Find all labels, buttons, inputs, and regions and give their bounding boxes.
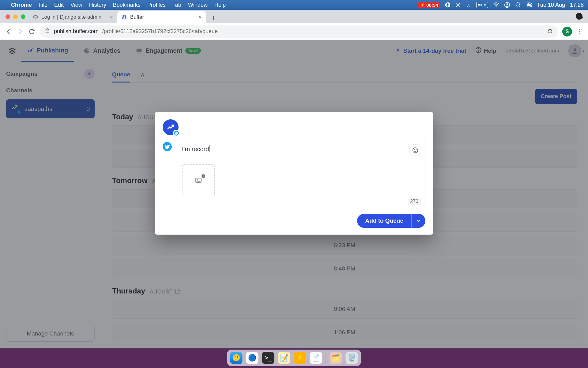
svg-point-9	[506, 3, 508, 5]
browser-window: Log in | Django site admin × Buffer × ＋ …	[0, 10, 588, 348]
macos-menubar: Chrome File Edit View History Bookmarks …	[0, 0, 588, 10]
selected-account-avatar[interactable]	[163, 119, 179, 135]
svg-point-23	[416, 149, 417, 150]
address-bar[interactable]: publish.buffer.com/profile/6112a93257b17…	[40, 25, 558, 38]
svg-point-14	[530, 6, 530, 7]
back-button[interactable]	[5, 28, 12, 35]
menu-file[interactable]: File	[39, 2, 47, 8]
dock-trash[interactable]: 🗑️	[346, 352, 358, 364]
profile-button[interactable]: S	[562, 27, 572, 36]
plus-icon: +	[202, 174, 205, 178]
svg-point-10	[516, 3, 519, 6]
macos-dock: 🙂 🔵 >_ 📝 ⚡ 📄 🗂️ 🗑️	[227, 350, 361, 366]
svg-point-3	[469, 6, 470, 7]
menu-window[interactable]: Window	[188, 2, 208, 8]
compose-text: I'm record	[182, 146, 209, 152]
svg-point-2	[468, 5, 469, 6]
url-path: /profile/6112a93257b1792cf2275c36/tab/qu…	[102, 28, 218, 35]
new-tab-button[interactable]: ＋	[208, 12, 219, 23]
fullscreen-window-button[interactable]	[21, 14, 25, 19]
menu-tab[interactable]: Tab	[172, 2, 181, 8]
bookmark-star-icon[interactable]	[547, 28, 553, 35]
browser-tab-django[interactable]: Log in | Django site admin ×	[28, 11, 117, 23]
network-twitter-icon[interactable]	[163, 142, 172, 151]
menu-help[interactable]: Help	[214, 2, 226, 8]
minimize-window-button[interactable]	[13, 14, 18, 19]
menu-history[interactable]: History	[89, 2, 106, 8]
menu-view[interactable]: View	[70, 2, 82, 8]
dots-icon[interactable]	[466, 2, 471, 8]
svg-point-13	[528, 3, 529, 4]
reload-button[interactable]	[28, 28, 36, 35]
profile-initial: S	[566, 29, 569, 34]
tabstrip-account-icon[interactable]	[576, 13, 582, 20]
char-counter: 270	[408, 198, 421, 205]
dock-bolt[interactable]: ⚡	[294, 352, 306, 364]
dock-chrome[interactable]: 🔵	[246, 352, 258, 364]
add-to-queue-split-button: Add to Queue	[357, 214, 425, 228]
forward-button[interactable]	[17, 28, 24, 35]
toolbar: publish.buffer.com/profile/6112a93257b17…	[0, 23, 588, 40]
lock-icon	[45, 28, 50, 35]
browser-tab-buffer[interactable]: Buffer ×	[117, 11, 206, 23]
menu-profiles[interactable]: Profiles	[147, 2, 166, 8]
close-tab-icon[interactable]: ×	[198, 14, 202, 21]
recording-timer[interactable]: 00:54	[418, 2, 440, 8]
text-caret	[209, 145, 209, 152]
window-controls	[4, 10, 28, 23]
globe-icon	[33, 14, 38, 20]
dock-textedit[interactable]: 📄	[310, 352, 322, 364]
url-host: publish.buffer.com	[54, 28, 99, 35]
control-center-icon[interactable]	[526, 2, 532, 8]
tools-icon[interactable]	[455, 2, 461, 8]
svg-point-1	[467, 6, 468, 7]
tab-strip: Log in | Django site admin × Buffer × ＋	[0, 10, 588, 23]
menubar-time[interactable]: 17:28	[570, 2, 584, 8]
close-window-button[interactable]	[6, 14, 10, 19]
svg-point-7	[496, 6, 496, 7]
dock-separator	[326, 353, 326, 363]
svg-point-22	[414, 149, 415, 150]
menubar-date[interactable]: Tue 10 Aug	[537, 2, 565, 8]
composer-modal: I'm record + 270 Add to Queue	[155, 112, 433, 235]
user-icon[interactable]	[504, 2, 510, 8]
svg-rect-6	[482, 5, 482, 6]
dock-terminal[interactable]: >_	[262, 352, 274, 364]
bolt-icon[interactable]	[445, 2, 450, 8]
compose-textarea[interactable]: I'm record + 270	[177, 141, 425, 208]
dock-finder[interactable]: 🙂	[230, 352, 243, 364]
twitter-badge-icon	[173, 130, 180, 136]
emoji-picker-button[interactable]	[409, 144, 421, 156]
image-icon	[195, 177, 202, 184]
tab-title: Buffer	[130, 14, 144, 20]
spotlight-icon[interactable]	[515, 2, 521, 8]
add-to-queue-dropdown[interactable]	[411, 214, 425, 228]
close-tab-icon[interactable]: ×	[110, 14, 113, 21]
svg-rect-11	[527, 3, 531, 4]
svg-point-21	[413, 148, 418, 153]
svg-rect-12	[527, 6, 531, 7]
page: Publishing Analytics Engagement New! Sta…	[0, 40, 588, 348]
buffer-favicon-icon	[122, 14, 127, 20]
battery-icon[interactable]: ↯	[476, 2, 488, 8]
svg-rect-5	[478, 4, 481, 6]
dock-notes[interactable]: 📝	[278, 352, 290, 364]
add-to-queue-button[interactable]: Add to Queue	[357, 214, 411, 228]
chrome-menu-button[interactable]: ⋮	[576, 28, 583, 36]
media-upload-dropzone[interactable]: +	[182, 164, 215, 196]
dock-app[interactable]: 🗂️	[330, 352, 342, 364]
menubar-app[interactable]: Chrome	[11, 2, 32, 8]
svg-point-25	[197, 179, 198, 180]
tab-title: Log in | Django site admin	[41, 14, 101, 20]
menu-bookmarks[interactable]: Bookmarks	[113, 2, 141, 8]
menu-edit[interactable]: Edit	[54, 2, 64, 8]
svg-rect-16	[46, 30, 49, 33]
wifi-icon[interactable]	[493, 2, 499, 8]
